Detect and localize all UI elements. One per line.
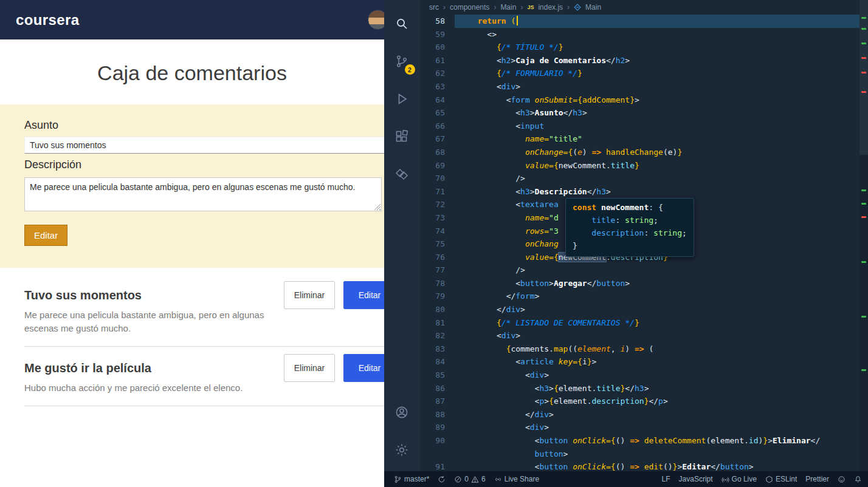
comment-form: Asunto Descripción Me parece una pelicul… [0,104,384,268]
overview-ruler-mark [861,43,866,44]
code-line[interactable]: button> [419,448,859,461]
comment-edit-button[interactable]: Editar [343,281,384,309]
branch-name: master* [404,475,429,483]
code-line[interactable]: 58 return ( [419,15,859,28]
code-line[interactable]: 90 <button onClick={() => deleteComment(… [419,434,859,448]
comment-actions: Eliminar Editar [284,281,384,309]
breadcrumb-indexjs[interactable]: index.js [538,3,563,12]
status-bar: master* 0 6 Live Share LF JavaScr [384,471,868,487]
status-live-share[interactable]: Live Share [494,475,539,483]
scrollbar[interactable] [859,0,868,471]
status-feedback[interactable] [838,475,846,483]
code-line[interactable]: 59 <> [419,28,859,41]
code-line[interactable]: 82 <div> [419,329,859,342]
code-line[interactable]: 62 {/* FORMULARIO */} [419,67,859,80]
code-line[interactable]: 86 <h3>{element.title}</h3> [419,382,859,395]
code-line[interactable]: 65 <h3>Asunto</h3> [419,106,859,120]
comment-delete-button[interactable]: Eliminar [284,354,335,382]
overview-ruler-mark [861,189,866,191]
description-textarea-wrap: Me parece una pelicula bastante ambigua,… [24,177,382,211]
error-count: 0 [464,475,469,483]
overview-ruler-mark [861,57,866,59]
extensions-icon[interactable] [384,118,419,155]
status-language[interactable]: JavaScript [679,475,713,483]
status-go-live[interactable]: Go Live [722,475,757,483]
breadcrumb-src[interactable]: src [429,3,439,12]
form-submit-button[interactable]: Editar [24,225,67,246]
code-line[interactable]: 81 {/* LISTADO DE COMENTARIOS */} [419,316,859,330]
code-line[interactable]: 60 {/* TÍTULO */} [419,41,859,54]
hover-tooltip: const newComment: { title: string; descr… [565,198,694,257]
code-line[interactable]: 63 <div> [419,80,859,94]
overview-ruler-mark [861,17,866,19]
code-line[interactable]: 80 </div> [419,303,859,316]
account-icon[interactable] [384,393,419,431]
source-control-icon[interactable]: 2 [384,43,419,80]
coursera-logo[interactable]: coursera [16,12,80,29]
eslint-icon [765,475,773,483]
code-line[interactable]: 69 value={newComment.title} [419,159,859,172]
status-prettier[interactable]: Prettier [805,475,829,483]
scrollbar-thumb[interactable] [859,0,868,155]
comment-description: Me parece una pelicula bastante ambigua,… [24,308,267,335]
code-line[interactable]: 67 name="title" [419,132,859,146]
breadcrumb-components[interactable]: components [450,3,489,12]
gem-extension-icon[interactable] [384,155,419,193]
vscode-pane: 2 src › components › [384,0,868,487]
overview-ruler-mark [861,91,866,93]
code-line[interactable]: 79 </form> [419,290,859,303]
user-avatar[interactable] [368,10,384,30]
comment-row: Tuvo sus momentos Me parece una pelicula… [24,274,384,347]
code-line[interactable]: 87 <p>{element.description}</p> [419,395,859,408]
status-sync[interactable] [438,475,446,483]
comment-row: Me gustó ir la película Hubo mucha acció… [24,347,384,406]
code-line[interactable]: 83 {comments.map((element, i) => ( [419,342,859,356]
comment-delete-button[interactable]: Eliminar [284,281,335,309]
comment-edit-button[interactable]: Editar [343,354,384,382]
subject-label: Asunto [24,119,384,132]
status-branch[interactable]: master* [394,475,429,483]
live-share-label: Live Share [505,475,539,483]
symbol-icon [574,4,581,11]
subject-input[interactable] [24,137,384,154]
code-line[interactable]: 68 onChange={(e) => handleChange(e)} [419,146,859,159]
code-line[interactable]: 84 <article key={i}> [419,355,859,369]
browser-pane: coursera Caja de comentarios Asunto Desc… [0,0,384,487]
description-textarea[interactable]: Me parece una pelicula bastante ambigua,… [24,177,382,211]
code-line[interactable]: 85 <div> [419,369,859,382]
comment-description: Hubo mucha acción y me pareció excelente… [24,381,267,395]
search-icon[interactable] [384,5,419,43]
status-right: LF JavaScript Go Live ESLint Prettier [662,475,862,483]
run-debug-icon[interactable] [384,80,419,118]
site-header: coursera [0,0,384,39]
code-line[interactable]: 77 /> [419,264,859,277]
code-line[interactable]: 71 <h3>Descripción</h3> [419,185,859,199]
code-line[interactable]: 88 </div> [419,408,859,421]
page-title: Caja de comentarios [0,39,384,104]
code-line[interactable]: 64 <form onSubmit={addComment}> [419,94,859,107]
status-eslint[interactable]: ESLint [765,475,797,483]
screen: coursera Caja de comentarios Asunto Desc… [0,0,868,487]
overview-ruler-mark [861,72,866,73]
status-notifications[interactable] [854,475,862,483]
warning-count: 6 [481,475,486,483]
overview-ruler-mark [861,28,866,30]
chevron-right-icon: › [443,3,446,12]
code-line[interactable]: 66 <input [419,120,859,133]
comments-list: Tuvo sus momentos Me parece una pelicula… [0,268,384,406]
code-line[interactable]: 78 <button>Agregar</button> [419,277,859,290]
status-problems[interactable]: 0 6 [454,475,485,483]
overview-ruler-mark [861,316,866,318]
scm-badge: 2 [405,64,415,75]
comment-actions: Eliminar Editar [284,354,384,382]
status-left: master* 0 6 Live Share [394,475,539,483]
go-live-label: Go Live [732,475,757,483]
breadcrumb-main-folder[interactable]: Main [500,3,516,12]
code-line[interactable]: 61 <h2>Caja de Comentarios</h2> [419,54,859,67]
settings-gear-icon[interactable] [384,431,419,469]
code-line[interactable]: 70 /> [419,172,859,185]
code-line[interactable]: 89 <div> [419,421,859,434]
code-line[interactable]: 91 <button onClick={() => edit()}>Editar… [419,460,859,471]
status-eol[interactable]: LF [662,475,670,483]
breadcrumb-main-symbol[interactable]: Main [585,3,601,12]
